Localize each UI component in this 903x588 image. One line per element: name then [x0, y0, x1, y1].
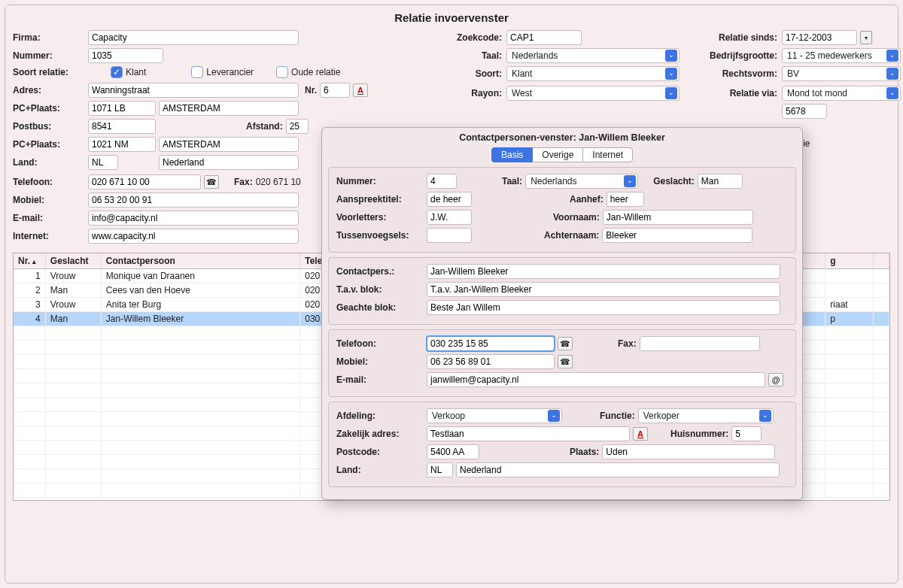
landcode-input[interactable] [88, 155, 118, 170]
label-rayon: Rayon: [442, 88, 502, 99]
address-lookup-icon[interactable]: A [353, 83, 368, 97]
table-cell [873, 312, 889, 326]
label-land: Land: [13, 157, 88, 168]
adres-input[interactable] [88, 83, 299, 98]
table-cell: Monique van Draanen [101, 269, 299, 283]
m-tussenvoeg-input[interactable] [427, 228, 472, 243]
mlabel-voornaam: Voornaam: [553, 212, 600, 223]
m-nummer-input[interactable] [427, 174, 457, 189]
rayon-dropdown[interactable]: West [506, 86, 680, 101]
m-voorletters-input[interactable] [427, 210, 472, 225]
table-cell: riaat [825, 298, 873, 312]
table-cell: 3 [14, 298, 45, 312]
mlabel-aanhef: Aanhef: [570, 194, 604, 205]
chevron-down-icon [759, 410, 771, 422]
th-nr[interactable]: Nr. ▴ [14, 253, 45, 269]
dial-mobile-icon[interactable] [558, 355, 573, 368]
email-compose-icon[interactable] [768, 373, 783, 386]
fax-value: 020 671 10 [256, 177, 301, 187]
panel-identity: Nummer: Taal: Nederlands Geslacht: Aansp… [328, 167, 796, 253]
table-cell [873, 283, 889, 298]
firma-input[interactable] [88, 30, 299, 45]
th-end[interactable] [873, 253, 889, 269]
table-cell: 2 [14, 283, 45, 298]
email-input[interactable] [88, 211, 299, 226]
m-voornaam-input[interactable] [603, 210, 753, 225]
panel-work: Afdeling: Verkoop Functie: Verkoper Zake… [328, 402, 796, 487]
m-landnaam-input[interactable] [456, 462, 780, 477]
m-afdeling-dropdown[interactable]: Verkoop [427, 408, 562, 423]
leverancier-checkbox[interactable] [191, 66, 203, 78]
chevron-down-icon [886, 68, 898, 80]
nummer-input[interactable] [88, 48, 163, 63]
m-fax-input[interactable] [640, 336, 760, 351]
m-geslacht-input[interactable] [698, 174, 743, 189]
relatie-sinds-input[interactable] [782, 30, 857, 45]
m-aanspreek-input[interactable] [427, 192, 472, 207]
oude-relatie-checkbox[interactable] [276, 66, 288, 78]
m-postcode-input[interactable] [427, 444, 479, 459]
label-zoekcode: Zoekcode: [442, 32, 502, 43]
address-lookup-icon[interactable]: A [633, 427, 648, 441]
rayon-value: West [512, 88, 661, 99]
postbus-input[interactable] [88, 119, 156, 134]
m-tav-input[interactable] [427, 282, 780, 297]
m-achternaam-input[interactable] [602, 228, 752, 243]
m-taal-dropdown[interactable]: Nederlands [525, 174, 638, 189]
tab-basis[interactable]: Basis [491, 147, 533, 162]
mlabel-zakelijk-adres: Zakelijk adres: [336, 429, 427, 439]
zoekcode-input[interactable] [506, 30, 582, 45]
datepicker-icon[interactable] [860, 31, 872, 44]
mlabel-plaats: Plaats: [570, 447, 599, 457]
m-mobiel-input[interactable] [427, 354, 555, 369]
m-zakelijk-adres-input[interactable] [427, 426, 630, 441]
landnaam-input[interactable] [159, 155, 299, 170]
mlabel-aanspreek: Aanspreektitel: [336, 194, 427, 205]
telefoon-input[interactable] [88, 174, 201, 189]
m-email-input[interactable] [427, 372, 765, 387]
m-landcode-input[interactable] [427, 462, 453, 477]
internet-input[interactable] [88, 229, 299, 244]
taal-dropdown[interactable]: Nederlands [506, 48, 680, 63]
m-plaats-input[interactable] [602, 444, 775, 459]
mobiel-input[interactable] [88, 192, 299, 208]
m-geachte-input[interactable] [427, 300, 780, 315]
dial-phone-icon[interactable] [558, 337, 573, 350]
huisnr-input[interactable] [320, 83, 350, 98]
panel-comms: Telefoon: Fax: Mobiel: E-mail: [328, 329, 796, 397]
soort-dropdown[interactable]: Klant [506, 66, 680, 81]
plaats2-input[interactable] [159, 137, 299, 152]
pc1-input[interactable] [88, 101, 156, 116]
rechtsvorm-dropdown[interactable]: BV [782, 66, 901, 81]
label-relatie-sinds: Relatie sinds: [695, 32, 777, 43]
tab-internet[interactable]: Internet [582, 147, 633, 162]
afstand-input[interactable] [286, 119, 309, 134]
m-functie-dropdown[interactable]: Verkoper [638, 408, 774, 423]
m-contactpers-input[interactable] [427, 264, 780, 279]
label-nr: Nr. [305, 85, 317, 95]
m-huisnummer-input[interactable] [731, 426, 762, 441]
th-geslacht[interactable]: Geslacht [45, 253, 101, 269]
mlabel-fax: Fax: [618, 338, 637, 349]
mlabel-postcode: Postcode: [336, 447, 427, 457]
mlabel-nummer: Nummer: [336, 176, 427, 186]
mlabel-tussenvoeg: Tussenvoegsels: [336, 230, 427, 241]
plaats1-input[interactable] [159, 101, 299, 116]
modal-tabbar: Basis Overige Internet [328, 147, 796, 162]
th-contact[interactable]: Contactpersoon [101, 253, 299, 269]
mlabel-achternaam: Achternaam: [544, 230, 599, 241]
klant-checkbox[interactable] [111, 66, 123, 78]
m-telefoon-input[interactable] [427, 336, 555, 351]
pc2-input[interactable] [88, 137, 156, 152]
relatie-via-dropdown[interactable]: Mond tot mond [782, 86, 901, 101]
bedrijfsgrootte-dropdown[interactable]: 11 - 25 medewerkers [782, 48, 901, 63]
m-aanhef-input[interactable] [607, 192, 644, 207]
extra-num-input[interactable] [782, 104, 827, 119]
label-email: E-mail: [13, 213, 88, 223]
mlabel-mobiel: Mobiel: [336, 356, 427, 367]
tab-overige[interactable]: Overige [533, 147, 582, 162]
th-g[interactable]: g [825, 253, 873, 269]
sort-arrow-icon: ▴ [32, 258, 36, 265]
dial-phone-icon[interactable] [204, 175, 219, 189]
table-cell: Vrouw [45, 269, 101, 283]
